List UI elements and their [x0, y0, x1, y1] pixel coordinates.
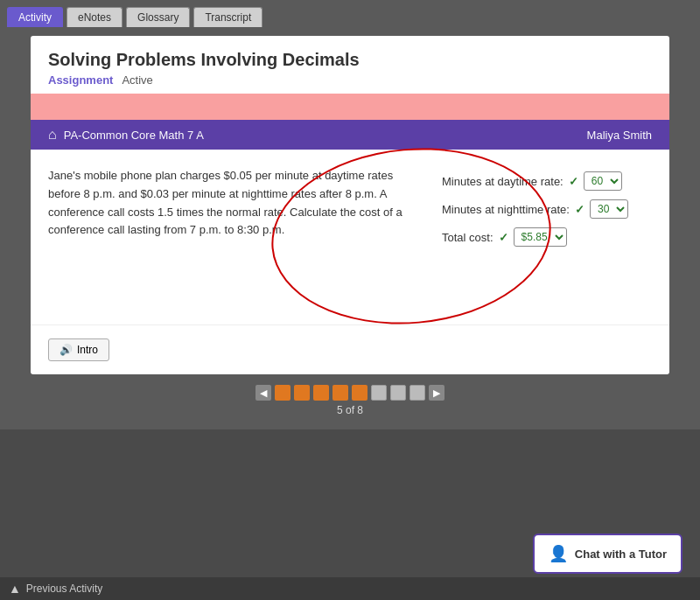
- prev-activity-button[interactable]: ▲ Previous Activity: [9, 582, 102, 596]
- status-badge: Active: [122, 73, 152, 87]
- tab-glossary[interactable]: Glossary: [126, 7, 190, 27]
- tab-activity[interactable]: Activity: [7, 7, 63, 27]
- input-row-daytime: Minutes at daytime rate: ✓ 60 30 90: [442, 171, 652, 191]
- pagination-controls: ◀ ▶: [26, 385, 674, 401]
- chat-icon: 👤: [549, 544, 568, 563]
- card-header: Solving Problems Involving Decimals Assi…: [31, 36, 669, 94]
- course-name: PA-Common Core Math 7 A: [64, 129, 204, 142]
- total-checkmark: ✓: [499, 231, 508, 244]
- answer-bar: [31, 94, 669, 120]
- daytime-label: Minutes at daytime rate:: [442, 175, 564, 188]
- input-row-total: Total cost: ✓ $5.85 $4.50 $6.00: [442, 227, 652, 247]
- nav-left: ⌂ PA-Common Core Math 7 A: [48, 127, 204, 143]
- next-page-button[interactable]: ▶: [429, 385, 444, 401]
- tab-enotes[interactable]: eNotes: [66, 7, 122, 27]
- chat-tutor-button[interactable]: 👤 Chat with a Tutor: [533, 534, 682, 574]
- home-icon[interactable]: ⌂: [48, 127, 57, 143]
- main-area: Solving Problems Involving Decimals Assi…: [0, 27, 700, 429]
- input-row-nighttime: Minutes at nighttime rate: ✓ 30 60 90: [442, 199, 652, 219]
- nighttime-checkmark: ✓: [575, 203, 584, 216]
- problem-text: Jane's mobile phone plan charges $0.05 p…: [48, 167, 424, 307]
- prev-activity-label: Previous Activity: [26, 583, 102, 595]
- pagination-area: ◀ ▶ 5 of 8: [26, 374, 674, 421]
- bottom-bar: ▲ Previous Activity: [0, 577, 700, 600]
- page-title: Solving Problems Involving Decimals: [48, 50, 652, 70]
- page-dot-2[interactable]: [294, 385, 310, 401]
- page-dot-8[interactable]: [410, 385, 425, 401]
- page-count: 5 of 8: [26, 404, 674, 416]
- total-label: Total cost:: [442, 231, 494, 244]
- intro-area: 🔊 Intro: [31, 324, 669, 374]
- card-subtitle: Assignment Active: [48, 73, 652, 87]
- page-dot-4[interactable]: [332, 385, 348, 401]
- prev-arrow-icon: ▲: [9, 582, 21, 596]
- tab-transcript[interactable]: Transcript: [193, 7, 262, 27]
- nav-bar: ⌂ PA-Common Core Math 7 A Maliya Smith: [31, 120, 669, 150]
- page-dot-7[interactable]: [390, 385, 406, 401]
- problem-area: Jane's mobile phone plan charges $0.05 p…: [31, 150, 669, 324]
- prev-page-button[interactable]: ◀: [256, 385, 271, 401]
- total-select[interactable]: $5.85 $4.50 $6.00: [514, 227, 567, 247]
- page-dot-6[interactable]: [371, 385, 387, 401]
- page-dot-5[interactable]: [352, 385, 368, 401]
- nighttime-label: Minutes at nighttime rate:: [442, 203, 570, 216]
- problem-inputs: Minutes at daytime rate: ✓ 60 30 90 Minu…: [442, 167, 652, 307]
- user-name: Maliya Smith: [587, 129, 652, 142]
- content-card: Solving Problems Involving Decimals Assi…: [31, 36, 669, 374]
- intro-button[interactable]: 🔊 Intro: [48, 338, 109, 361]
- page-dot-1[interactable]: [275, 385, 290, 401]
- daytime-select[interactable]: 60 30 90: [584, 171, 622, 191]
- nighttime-select[interactable]: 30 60 90: [590, 199, 628, 219]
- speaker-icon: 🔊: [60, 344, 73, 356]
- page-dot-3[interactable]: [313, 385, 329, 401]
- chat-button-label: Chat with a Tutor: [575, 548, 667, 561]
- daytime-checkmark: ✓: [569, 175, 578, 188]
- top-tab-bar: Activity eNotes Glossary Transcript: [0, 0, 700, 27]
- assignment-label: Assignment: [48, 73, 113, 87]
